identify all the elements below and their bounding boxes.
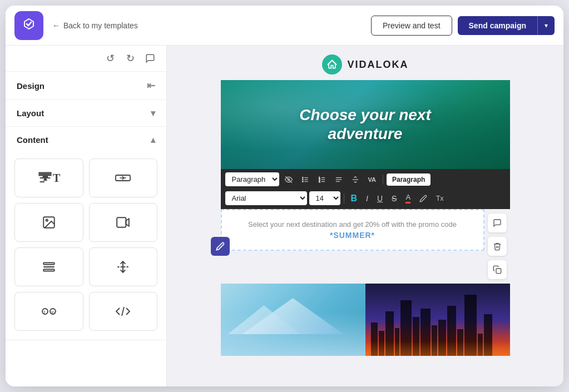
send-button-group: Send campaign ▾ [458, 16, 555, 35]
brand-bar: VIDALOKA [221, 46, 510, 80]
send-dropdown-button[interactable]: ▾ [537, 16, 555, 35]
content-item-image[interactable] [14, 203, 83, 242]
content-header[interactable]: Content ▴ [6, 127, 166, 153]
toolbar-divider-1 [383, 175, 383, 185]
format-toolbar: Paragraph Heading 1 Heading 2 [221, 169, 510, 209]
content-label: Content [17, 135, 48, 145]
hero-title-line2: adventure [299, 125, 431, 143]
toolbar-row-1: Paragraph Heading 1 Heading 2 [225, 172, 506, 186]
content-item-video[interactable] [89, 203, 158, 242]
svg-rect-4 [117, 217, 126, 227]
design-header[interactable]: Design ⇤ [6, 72, 166, 100]
paragraph-style-btn[interactable]: Paragraph [387, 173, 431, 186]
highlight-btn[interactable] [416, 192, 431, 205]
design-label: Design [17, 81, 44, 91]
paragraph-select[interactable]: Paragraph Heading 1 Heading 2 [225, 172, 279, 186]
layout-section: Layout ▾ [6, 100, 166, 127]
svg-text:in: in [51, 310, 55, 315]
list-ul-btn[interactable] [298, 173, 313, 186]
bold-btn[interactable]: B [348, 191, 361, 206]
content-grid: T T [6, 153, 166, 340]
logo-box [14, 11, 43, 40]
bottom-image-right [365, 284, 510, 356]
hero-image: Choose your next adventure [221, 80, 510, 169]
layout-label: Layout [17, 108, 44, 118]
clear-format-btn[interactable]: Tx [433, 192, 447, 205]
toolbar-row-2: Arial Georgia Times New Roman 14 12 16 1… [225, 191, 506, 206]
promo-code-text: *SUMMER* [235, 231, 470, 240]
content-chevron-icon: ▴ [151, 135, 155, 145]
brand-logo [322, 54, 342, 75]
content-item-divider[interactable] [14, 247, 83, 286]
text-block-row: Select your next destination and get 20%… [221, 209, 510, 284]
comment-toolbar-icon[interactable] [142, 50, 159, 67]
font-select[interactable]: Arial Georgia Times New Roman [225, 191, 307, 205]
underline-btn[interactable]: U [374, 192, 386, 205]
bottom-images-row [221, 284, 510, 356]
hero-title-line1: Choose your next [299, 106, 431, 125]
text-block-container: Select your next destination and get 20%… [221, 209, 484, 284]
svg-point-20 [302, 177, 303, 178]
hero-text: Choose your next adventure [299, 106, 431, 143]
sidebar: ↺ ↻ Design ⇤ Layout ▾ [6, 46, 167, 386]
content-item-text[interactable]: T T [14, 158, 83, 197]
svg-rect-5 [43, 262, 55, 264]
toolbar-divider-2 [344, 193, 344, 204]
svg-rect-33 [496, 269, 501, 274]
preview-button[interactable]: Preview and test [371, 16, 452, 36]
strikethrough-btn[interactable]: S [388, 192, 400, 205]
promo-main-text: Select your next destination and get 20%… [235, 220, 470, 229]
font-color-btn[interactable]: A [402, 191, 414, 206]
email-canvas: VIDALOKA Choose your next adventure [221, 46, 510, 356]
delete-action-btn[interactable] [488, 237, 507, 256]
content-item-button[interactable] [89, 158, 158, 197]
back-arrow-icon: ← [52, 21, 60, 30]
canvas-area: VIDALOKA Choose your next adventure [167, 46, 563, 386]
redo-button[interactable]: ↻ [122, 50, 138, 67]
content-item-spacer[interactable] [89, 247, 158, 286]
main-content: ↺ ↻ Design ⇤ Layout ▾ [6, 46, 563, 386]
svg-rect-7 [43, 269, 55, 271]
visibility-btn[interactable] [281, 173, 296, 186]
back-link[interactable]: ← Back to my templates [52, 21, 371, 30]
hero-section: Choose your next adventure Paragraph Hea… [221, 80, 510, 209]
va-btn[interactable]: VA [365, 174, 379, 185]
content-item-html[interactable] [89, 292, 158, 331]
header-actions: Preview and test Send campaign ▾ [371, 16, 555, 36]
svg-point-21 [302, 179, 303, 180]
svg-point-3 [46, 220, 47, 221]
svg-text:3.: 3. [319, 180, 320, 182]
design-icon: ⇤ [147, 80, 155, 92]
content-section: Content ▴ T T [6, 127, 166, 340]
italic-btn[interactable]: I [363, 192, 372, 205]
promo-text-block[interactable]: Select your next destination and get 20%… [221, 209, 484, 251]
undo-button[interactable]: ↺ [102, 50, 118, 67]
right-action-panel [484, 209, 510, 284]
design-section: Design ⇤ [6, 72, 166, 100]
align-btn[interactable] [331, 173, 346, 186]
app-header: ← Back to my templates Preview and test … [6, 6, 563, 46]
layout-chevron-icon: ▾ [151, 108, 155, 118]
send-button[interactable]: Send campaign [458, 16, 537, 35]
svg-point-10 [42, 309, 48, 314]
content-item-social[interactable]: fin [14, 292, 83, 331]
brand-name: VIDALOKA [348, 59, 409, 71]
svg-point-22 [302, 181, 303, 182]
svg-text:T: T [43, 175, 48, 182]
line-height-btn[interactable] [348, 173, 363, 186]
back-label: Back to my templates [63, 21, 138, 30]
bottom-image-left [221, 284, 365, 356]
copy-action-btn[interactable] [488, 260, 507, 279]
comment-action-btn[interactable] [488, 214, 507, 232]
size-select[interactable]: 14 12 16 18 24 [309, 191, 340, 205]
edit-pencil-button[interactable] [211, 237, 230, 256]
list-ol-btn[interactable]: 1.2.3. [315, 173, 329, 186]
layout-header[interactable]: Layout ▾ [6, 100, 166, 126]
logo-icon [22, 17, 36, 34]
svg-line-14 [122, 307, 124, 316]
